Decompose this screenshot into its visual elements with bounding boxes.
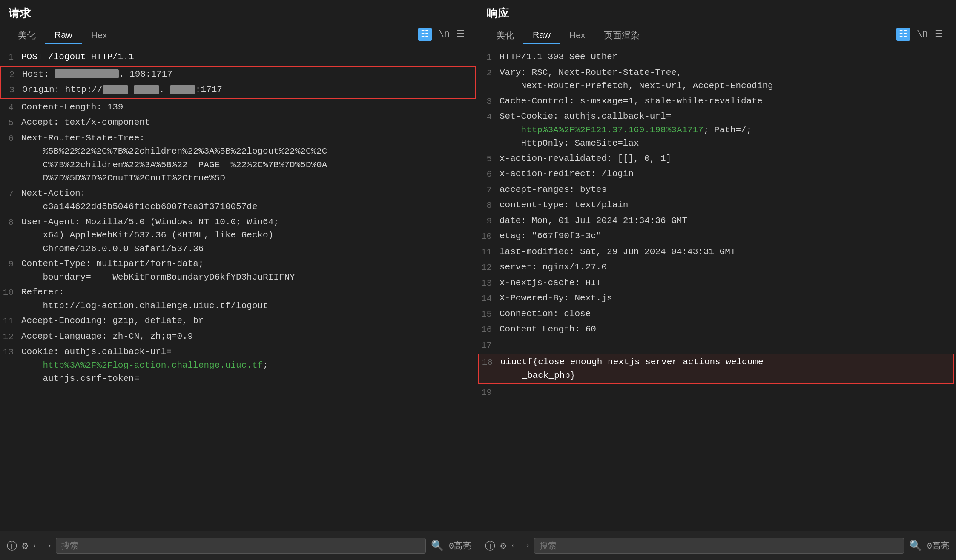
response-flag-box: 18 uiuctf{close_enough_nextjs_server_act…: [478, 354, 954, 384]
response-line-3: 3 Cache-Control: s-maxage=1, stale-while…: [478, 94, 956, 109]
menu-icon-right[interactable]: ☰: [935, 29, 943, 40]
request-line-2: 2 Host: . 198:1717: [1, 67, 475, 83]
highlight-badge-left: 0高亮: [449, 540, 471, 551]
blurred-origin-3: [170, 85, 195, 94]
request-line-4: 4 Content-Length: 139: [0, 100, 478, 115]
response-line-2: 2 Vary: RSC, Next-Router-State-Tree, Nex…: [478, 65, 956, 94]
response-line-12: 12 server: nginx/1.27.0: [478, 260, 956, 275]
response-bottom-bar: ⓘ ⚙ ← → 🔍 0高亮: [478, 531, 956, 560]
newline-icon-right[interactable]: \n: [917, 29, 928, 40]
request-line-5: 5 Accept: text/x-component: [0, 115, 478, 131]
request-code-area: 1 POST /logout HTTP/1.1 2 Host: . 198:17…: [0, 45, 478, 531]
response-line-18: 18 uiuctf{close_enough_nextjs_server_act…: [479, 354, 953, 383]
request-panel: 请求 美化 Raw Hex ☷ \n ☰ 1 POST /logout HTTP…: [0, 0, 478, 560]
search-icon-left[interactable]: 🔍: [431, 540, 444, 552]
request-header: 请求 美化 Raw Hex ☷ \n ☰: [0, 0, 478, 45]
response-line-17: 17: [478, 337, 956, 353]
response-line-4: 4 Set-Cookie: authjs.callback-url= http%…: [478, 109, 956, 151]
response-line-8: 8 content-type: text/plain: [478, 197, 956, 213]
tab-raw-left[interactable]: Raw: [45, 26, 82, 44]
request-line-11: 11 Accept-Encoding: gzip, deflate, br: [0, 313, 478, 329]
help-icon-left[interactable]: ⓘ: [7, 539, 17, 553]
list-icon-left[interactable]: ☷: [418, 28, 432, 41]
response-line-15: 15 Connection: close: [478, 306, 956, 322]
request-title: 请求: [9, 6, 469, 21]
response-tab-bar: 美化 Raw Hex 页面渲染 ☷ \n ☰: [487, 26, 947, 45]
response-panel: 响应 美化 Raw Hex 页面渲染 ☷ \n ☰ 1 HTTP/1.1 303…: [478, 0, 956, 560]
search-icon-right[interactable]: 🔍: [909, 540, 922, 552]
response-line-5: 5 x-action-revalidated: [[], 0, 1]: [478, 151, 956, 167]
tab-hex-left[interactable]: Hex: [82, 27, 116, 44]
forward-icon-right[interactable]: →: [523, 540, 529, 551]
request-line-9: 9 Content-Type: multipart/form-data; bou…: [0, 256, 478, 285]
settings-icon-right[interactable]: ⚙: [500, 540, 506, 552]
response-line-1: 1 HTTP/1.1 303 See Uther: [478, 49, 956, 65]
blurred-origin-1: [103, 85, 128, 94]
tab-beautify-right[interactable]: 美化: [487, 26, 523, 45]
tab-render-right[interactable]: 页面渲染: [594, 26, 649, 45]
back-icon-right[interactable]: ←: [511, 540, 517, 551]
help-icon-right[interactable]: ⓘ: [485, 539, 495, 553]
response-line-19: 19: [478, 385, 956, 400]
settings-icon-left[interactable]: ⚙: [22, 540, 28, 552]
request-bottom-bar: ⓘ ⚙ ← → 🔍 0高亮: [0, 531, 478, 560]
back-icon-left[interactable]: ←: [33, 540, 39, 551]
search-input-left[interactable]: [56, 538, 426, 554]
response-line-14: 14 X-Powered-By: Next.js: [478, 291, 956, 306]
response-line-13: 13 x-nextjs-cache: HIT: [478, 275, 956, 291]
request-line-12: 12 Accept-Language: zh-CN, zh;q=0.9: [0, 329, 478, 345]
request-line-10: 10 Referer: http://log-action.challenge.…: [0, 285, 478, 313]
request-line-8: 8 User-Agent: Mozilla/5.0 (Windows NT 10…: [0, 214, 478, 257]
list-icon-right[interactable]: ☷: [896, 28, 910, 41]
request-tab-icons: ☷ \n ☰: [418, 28, 469, 43]
response-header: 响应 美化 Raw Hex 页面渲染 ☷ \n ☰: [478, 0, 956, 45]
response-line-7: 7 accept-ranges: bytes: [478, 182, 956, 198]
response-line-10: 10 etag: "667f90f3-3c": [478, 229, 956, 244]
response-line-6: 6 x-action-redirect: /login: [478, 166, 956, 182]
request-highlight-box: 2 Host: . 198:1717 3 Origin: http:// . :…: [0, 66, 476, 99]
highlight-badge-right: 0高亮: [927, 540, 949, 551]
menu-icon-left[interactable]: ☰: [456, 29, 465, 40]
request-tab-bar: 美化 Raw Hex ☷ \n ☰: [9, 26, 469, 45]
tab-hex-right[interactable]: Hex: [560, 27, 594, 44]
response-code-area: 1 HTTP/1.1 303 See Uther 2 Vary: RSC, Ne…: [478, 45, 956, 531]
request-line-13: 13 Cookie: authjs.callback-url= http%3A%…: [0, 344, 478, 386]
request-line-7: 7 Next-Action: c3a144622dd5b5046f1ccb600…: [0, 186, 478, 214]
search-input-right[interactable]: [534, 538, 904, 554]
response-title: 响应: [487, 6, 947, 21]
request-line-6: 6 Next-Router-State-Tree: %5B%22%22%2C%7…: [0, 131, 478, 186]
response-line-9: 9 date: Mon, 01 Jul 2024 21:34:36 GMT: [478, 213, 956, 229]
response-tab-icons: ☷ \n ☰: [896, 28, 947, 43]
main-content: 请求 美化 Raw Hex ☷ \n ☰ 1 POST /logout HTTP…: [0, 0, 956, 560]
forward-icon-left[interactable]: →: [45, 540, 51, 551]
request-line-3: 3 Origin: http:// . :1717: [1, 82, 475, 98]
request-line-1: 1 POST /logout HTTP/1.1: [0, 49, 478, 65]
response-line-11: 11 last-modified: Sat, 29 Jun 2024 04:43…: [478, 244, 956, 260]
blurred-origin-2: [134, 85, 159, 94]
tab-beautify-left[interactable]: 美化: [9, 26, 45, 45]
newline-icon-left[interactable]: \n: [439, 29, 450, 40]
blurred-host-1: [55, 69, 119, 78]
tab-raw-right[interactable]: Raw: [523, 26, 560, 44]
response-line-16: 16 Content-Length: 60: [478, 322, 956, 337]
